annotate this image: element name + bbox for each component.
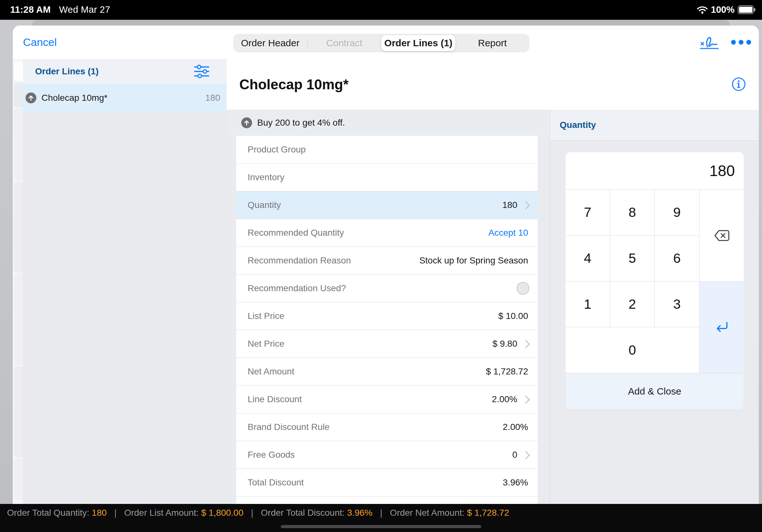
key-1[interactable]: 1	[566, 282, 610, 327]
battery-percent: 100%	[711, 4, 734, 15]
key-9[interactable]: 9	[655, 190, 699, 235]
row-brand-discount-rule[interactable]: Brand Discount Rule 2.00%	[236, 413, 538, 441]
return-icon	[715, 321, 729, 334]
row-free-goods[interactable]: Free Goods 0	[236, 441, 538, 469]
row-label: Recommended Quantity	[248, 219, 344, 246]
total-discount-label: Order Total Discount:	[261, 508, 345, 518]
sidebar-title: Order Lines (1)	[35, 59, 99, 84]
promo-up-arrow-icon	[26, 93, 37, 103]
row-value: 2.00%	[492, 386, 517, 413]
row-value: $ 10.00	[498, 302, 528, 330]
return-key[interactable]	[700, 282, 744, 373]
more-menu-button[interactable]	[731, 40, 751, 45]
sidebar-header: Order Lines (1)	[23, 59, 227, 84]
nav-bar: Cancel Order Header Contract Order Lines…	[13, 26, 759, 59]
row-value: Stock up for Spring Season	[419, 247, 528, 274]
key-6[interactable]: 6	[655, 236, 699, 281]
home-indicator[interactable]	[281, 525, 481, 528]
keypad-display[interactable]: 180	[566, 152, 744, 189]
key-7[interactable]: 7	[566, 190, 610, 235]
row-label: Recommendation Reason	[248, 247, 351, 274]
backspace-key[interactable]	[700, 190, 744, 281]
net-amount-label: Order Net Amount:	[390, 508, 464, 518]
row-total-discount[interactable]: Total Discount 3.96%	[236, 469, 538, 497]
status-date: Wed Mar 27	[59, 4, 110, 15]
quantity-panel-title: Quantity	[560, 110, 596, 140]
key-4[interactable]: 4	[566, 236, 610, 281]
accept-recommendation-link[interactable]: Accept 10	[488, 219, 528, 246]
list-amount-label: Order List Amount:	[124, 508, 198, 518]
quantity-panel-header: Quantity	[550, 110, 759, 141]
row-line-discount[interactable]: Line Discount 2.00%	[236, 386, 538, 413]
chevron-right-icon	[522, 340, 530, 348]
key-2[interactable]: 2	[610, 282, 654, 327]
key-8[interactable]: 8	[610, 190, 654, 235]
row-net-price[interactable]: Net Price $ 9.80	[236, 330, 538, 358]
tab-report[interactable]: Report	[455, 34, 529, 52]
tab-contract: Contract	[307, 34, 381, 52]
tab-order-lines[interactable]: Order Lines (1)	[381, 35, 455, 51]
status-right-cluster: 100%	[697, 4, 754, 15]
order-lines-sidebar: Order Lines (1) Cholecap 10mg* 180	[23, 59, 227, 504]
row-label: List Price	[248, 302, 284, 330]
row-value: 2.00%	[503, 413, 528, 441]
add-and-close-button[interactable]: Add & Close	[566, 373, 744, 410]
row-label: Quantity	[248, 191, 281, 219]
recommendation-used-toggle[interactable]	[517, 282, 529, 295]
row-label: Product Group	[248, 136, 306, 163]
row-list-price[interactable]: List Price $ 10.00	[236, 302, 538, 330]
row-label: Inventory	[248, 164, 284, 191]
row-label: Line Discount	[248, 386, 302, 413]
separator: |	[251, 508, 253, 518]
wifi-icon	[697, 6, 708, 14]
row-recommendation-reason[interactable]: Recommendation Reason Stock up for Sprin…	[236, 247, 538, 275]
order-totals-text: Order Total Quantity: 180 | Order List A…	[7, 508, 509, 518]
key-0[interactable]: 0	[566, 327, 699, 373]
backspace-icon	[714, 230, 730, 241]
row-label: Total Discount	[248, 469, 304, 496]
key-5[interactable]: 5	[610, 236, 654, 281]
product-title: Cholecap 10mg*	[239, 59, 348, 110]
battery-icon	[738, 5, 754, 14]
net-amount-value: $ 1,728.72	[467, 508, 509, 518]
promo-banner: Buy 200 to get 4% off.	[227, 110, 550, 136]
info-icon[interactable]	[731, 77, 746, 92]
list-amount-value: $ 1,800.00	[201, 508, 243, 518]
order-line-item[interactable]: Cholecap 10mg* 180	[23, 84, 227, 112]
order-modal: Cancel Order Header Contract Order Lines…	[13, 26, 759, 532]
order-line-name: Cholecap 10mg*	[41, 84, 108, 112]
ipad-screen: 11:28 AMWed Mar 27 100% Cancel Order Hea…	[0, 0, 762, 532]
background-list-edge	[13, 59, 23, 504]
row-label: Net Amount	[248, 358, 294, 385]
row-product-group[interactable]: Product Group	[236, 136, 538, 164]
chevron-right-icon	[522, 451, 530, 459]
row-recommendation-used[interactable]: Recommendation Used?	[236, 275, 538, 302]
row-quantity[interactable]: Quantity 180	[236, 191, 538, 219]
segment-divider	[307, 38, 308, 47]
detail-title-area: Cholecap 10mg*	[227, 59, 759, 110]
cancel-button[interactable]: Cancel	[23, 26, 57, 59]
separator: |	[114, 508, 116, 518]
tab-order-header[interactable]: Order Header	[233, 34, 307, 52]
signature-icon[interactable]	[699, 35, 720, 50]
keypad-grid: 7 8 9 4 5 6 1 2 3	[566, 189, 744, 373]
row-recommended-quantity[interactable]: Recommended Quantity Accept 10	[236, 219, 538, 247]
status-bar: 11:28 AMWed Mar 27 100%	[0, 0, 762, 20]
row-value: $ 1,728.72	[486, 358, 528, 385]
key-3[interactable]: 3	[655, 282, 699, 327]
row-inventory[interactable]: Inventory	[236, 164, 538, 191]
quantity-panel: Quantity 180 7 8 9 4 5 6	[550, 110, 759, 504]
row-value: $ 9.80	[493, 330, 517, 358]
numeric-keypad: 180 7 8 9 4 5 6 1 2 3	[566, 152, 744, 410]
row-value: 0	[512, 441, 517, 469]
order-line-quantity: 180	[205, 84, 220, 112]
row-net-amount[interactable]: Net Amount $ 1,728.72	[236, 358, 538, 386]
row-label: Brand Discount Rule	[248, 413, 330, 441]
row-label: Recommendation Used?	[248, 275, 346, 302]
filter-icon[interactable]	[193, 64, 210, 79]
nav-right-icons	[699, 26, 751, 59]
total-quantity-value: 180	[92, 508, 107, 518]
separator: |	[380, 508, 382, 518]
detail-rows-card: Product Group Inventory Quantity 180 Rec…	[236, 136, 538, 507]
status-time: 11:28 AM	[10, 4, 51, 15]
